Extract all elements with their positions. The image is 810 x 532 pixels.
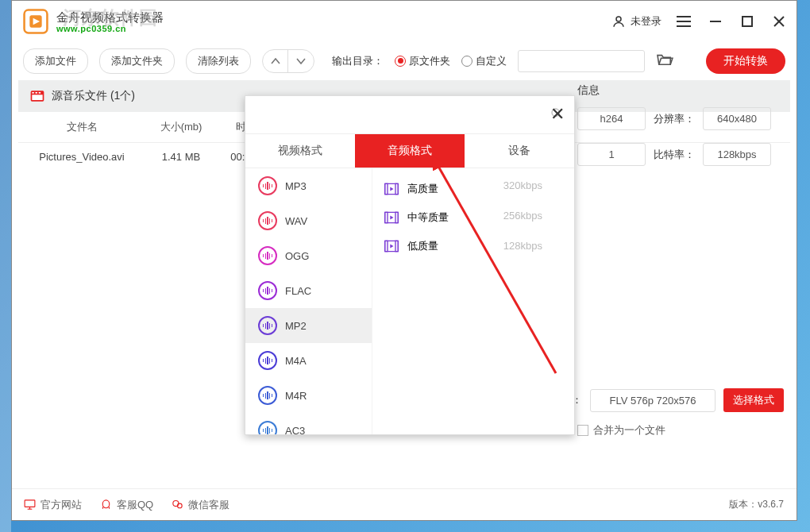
tab-video-format[interactable]: 视频格式: [245, 134, 355, 168]
format-item-wav[interactable]: WAV: [245, 203, 372, 238]
resolution-value: 640x480: [703, 107, 771, 130]
cell-filename: Pictures_Video.avi: [18, 143, 145, 171]
quality-rate: 320kbps: [503, 179, 542, 191]
dropdown-search: [245, 96, 574, 134]
audio-wave-icon: [258, 176, 277, 195]
col-filename: 文件名: [18, 112, 145, 142]
quality-list: 高质量320kbps中等质量256kbps低质量128kbps: [372, 168, 574, 434]
nav-arrows: [262, 49, 314, 73]
audio-wave-icon: [258, 246, 277, 265]
svg-marker-31: [390, 216, 393, 220]
add-folder-button[interactable]: 添加文件夹: [99, 48, 175, 74]
monitor-icon: [23, 498, 37, 511]
nav-up[interactable]: [263, 50, 288, 72]
svg-rect-8: [742, 17, 752, 26]
format-item-m4a[interactable]: M4A: [245, 343, 372, 378]
info-title: 信息: [577, 83, 785, 107]
svg-rect-26: [395, 183, 398, 194]
svg-point-19: [102, 500, 110, 508]
radio-source-folder[interactable]: 原文件夹: [395, 54, 450, 68]
dropdown-close-icon[interactable]: ✕: [550, 104, 565, 125]
minimize-button[interactable]: [708, 13, 723, 29]
format-item-flac[interactable]: FLAC: [245, 273, 372, 308]
start-convert-button[interactable]: 开始转换: [706, 48, 785, 74]
tab-device[interactable]: 设备: [465, 134, 574, 168]
choose-format-button[interactable]: 选择格式: [723, 388, 784, 412]
quality-rate: 256kbps: [503, 210, 542, 222]
svg-rect-13: [36, 92, 38, 94]
radio-custom-folder[interactable]: 自定义: [461, 54, 507, 68]
toolbar: 添加文件 添加文件夹 清除列表 输出目录： 原文件夹 自定义 开始转换: [12, 42, 796, 80]
codec-value: h264: [577, 107, 646, 130]
svg-marker-27: [390, 187, 393, 191]
browse-folder-icon[interactable]: [656, 52, 673, 70]
output-dir-label: 输出目录：: [332, 54, 384, 68]
menu-button[interactable]: [676, 13, 692, 29]
app-title: 金舟视频格式转换器: [56, 10, 164, 25]
audio-wave-icon: [258, 386, 277, 405]
col-size: 大小(mb): [145, 112, 217, 142]
wechat-icon: [171, 498, 184, 511]
format-item-mp2[interactable]: MP2: [245, 308, 372, 343]
svg-rect-15: [32, 94, 42, 100]
title-bar: 金舟视频格式转换器 www.pc0359.cn 未登录: [12, 1, 796, 42]
merge-checkbox-row[interactable]: 合并为一个文件: [577, 423, 785, 438]
format-item-mp3[interactable]: MP3: [245, 168, 372, 203]
svg-rect-34: [395, 241, 398, 251]
svg-rect-25: [385, 183, 388, 194]
audio-wave-icon: [258, 281, 277, 300]
bitrate-label: 比特率：: [654, 148, 695, 162]
format-value: FLV 576p 720x576: [590, 389, 716, 412]
video-icon: [384, 238, 399, 254]
audio-wave-icon: [258, 211, 277, 230]
app-logo: [21, 7, 50, 36]
svg-marker-35: [390, 245, 393, 249]
dropdown-search-input[interactable]: [256, 109, 550, 121]
source-title: 源音乐文件 (1个): [52, 89, 135, 103]
user-login[interactable]: 未登录: [611, 14, 662, 29]
wechat-support-link[interactable]: 微信客服: [171, 498, 230, 512]
add-file-button[interactable]: 添加文件: [23, 48, 88, 74]
nav-down[interactable]: [288, 50, 314, 72]
info-panel: 信息 h264 分辨率： 640x480 1 比特率： 128kbps 式： F…: [577, 83, 785, 438]
svg-rect-29: [385, 212, 388, 222]
format-item-ogg[interactable]: OGG: [245, 238, 372, 273]
bitrate-value: 128kbps: [703, 143, 771, 166]
channels-value: 1: [577, 143, 646, 166]
audio-wave-icon: [258, 421, 277, 434]
svg-rect-30: [395, 212, 398, 222]
user-status: 未登录: [631, 14, 662, 29]
video-icon: [384, 181, 399, 197]
film-icon: [29, 88, 45, 104]
quality-rate: 128kbps: [503, 240, 542, 252]
svg-point-3: [616, 17, 621, 21]
format-item-ac3[interactable]: AC3: [245, 413, 372, 434]
video-icon: [384, 210, 399, 226]
svg-rect-33: [385, 241, 388, 251]
format-dropdown: ✕ 视频格式 音频格式 设备 MP3WAVOGGFLACMP2M4AM4RAC3…: [245, 95, 575, 435]
merge-label: 合并为一个文件: [593, 423, 665, 438]
svg-rect-12: [32, 92, 34, 94]
svg-rect-16: [25, 500, 35, 507]
format-item-m4r[interactable]: M4R: [245, 378, 372, 413]
tab-audio-format[interactable]: 音频格式: [355, 134, 465, 168]
svg-rect-14: [39, 92, 41, 94]
audio-wave-icon: [258, 351, 277, 370]
clear-list-button[interactable]: 清除列表: [186, 48, 251, 74]
close-button[interactable]: [771, 13, 787, 29]
maximize-button[interactable]: [739, 13, 755, 29]
custom-path-input[interactable]: [518, 50, 645, 72]
resolution-label: 分辨率：: [654, 112, 695, 126]
version-label: 版本：v3.6.7: [729, 498, 785, 511]
audio-wave-icon: [258, 316, 277, 335]
format-list[interactable]: MP3WAVOGGFLACMP2M4AM4RAC3AMR: [245, 168, 372, 434]
qq-support-link[interactable]: 客服QQ: [99, 498, 153, 512]
merge-checkbox[interactable]: [577, 425, 588, 436]
cell-size: 1.41 MB: [145, 143, 217, 171]
dropdown-tabs: 视频格式 音频格式 设备: [245, 134, 574, 168]
qq-icon: [99, 498, 113, 511]
footer: 官方网站 客服QQ 微信客服 版本：v3.6.7: [12, 488, 796, 520]
official-site-link[interactable]: 官方网站: [23, 498, 82, 512]
